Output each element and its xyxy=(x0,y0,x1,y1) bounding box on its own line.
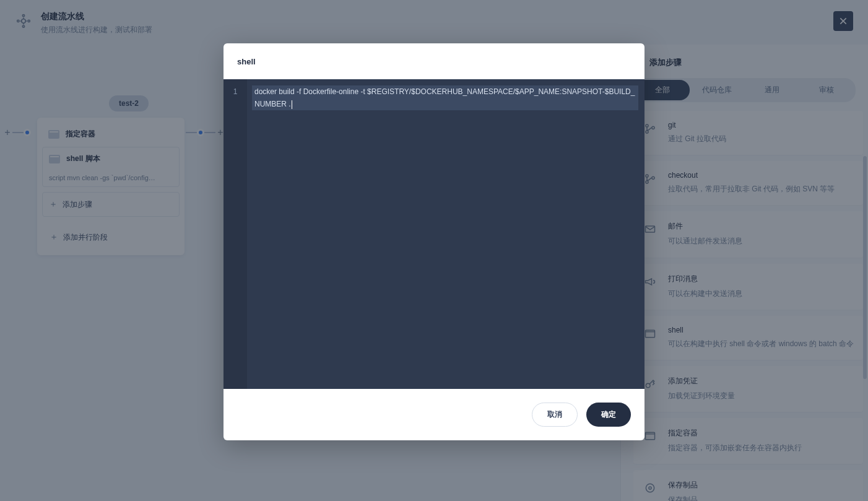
modal-title: shell xyxy=(224,43,644,79)
editor-gutter: 1 xyxy=(224,79,247,389)
code-content: docker build -f Dockerfile-online -t $RE… xyxy=(254,87,635,108)
line-number: 1 xyxy=(224,85,247,98)
ok-button[interactable]: 确定 xyxy=(586,403,631,427)
code-editor[interactable]: 1 docker build -f Dockerfile-online -t $… xyxy=(224,79,644,389)
editor-cursor xyxy=(292,100,292,109)
cancel-button[interactable]: 取消 xyxy=(532,403,578,427)
modal-overlay[interactable]: shell 1 docker build -f Dockerfile-onlin… xyxy=(0,0,868,501)
shell-modal: shell 1 docker build -f Dockerfile-onlin… xyxy=(224,43,644,440)
